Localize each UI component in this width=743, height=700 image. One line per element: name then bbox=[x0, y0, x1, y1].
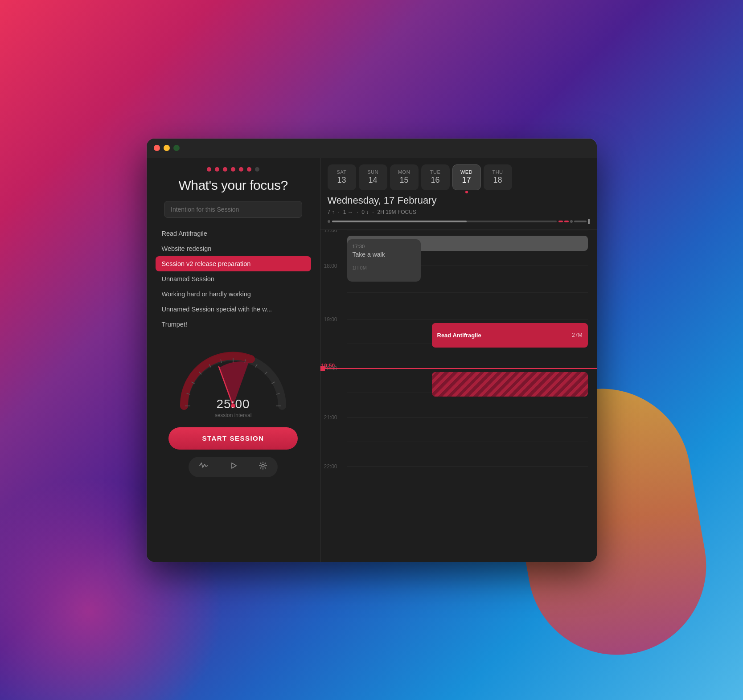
event-walk[interactable]: 17:30 Take a walk 1H 0M bbox=[347, 239, 421, 282]
dot-5 bbox=[239, 167, 243, 172]
start-session-button[interactable]: START SESSION bbox=[168, 427, 298, 450]
session-list: Read Antifragile Website redesign Sessio… bbox=[147, 226, 320, 332]
event-walk-duration: 1H 0M bbox=[353, 265, 415, 270]
day-wed[interactable]: WED 17 bbox=[452, 164, 481, 190]
timer-time: 25:00 bbox=[171, 397, 296, 411]
day-sun[interactable]: SUN 14 bbox=[359, 164, 387, 190]
main-window: What's your focus? Read Antifragile Webs… bbox=[147, 139, 597, 562]
window-body: What's your focus? Read Antifragile Webs… bbox=[147, 158, 597, 562]
day-name-sat: SAT bbox=[337, 169, 346, 175]
dot-3 bbox=[223, 167, 227, 172]
progress-dot bbox=[328, 220, 330, 223]
svg-point-16 bbox=[262, 464, 264, 467]
session-item[interactable]: Unnamed Session bbox=[156, 271, 311, 287]
calendar-header: SAT 13 SUN 14 MON 15 TUE 16 bbox=[320, 158, 597, 230]
current-time-line bbox=[320, 368, 597, 369]
stats-row: 7 ↑ · 1 → · 0 ↓ · 2H 19M FOCUS bbox=[328, 209, 590, 215]
progress-dot2 bbox=[570, 220, 573, 223]
progress-fill bbox=[332, 221, 467, 222]
dot-4 bbox=[231, 167, 235, 172]
dot-6 bbox=[247, 167, 251, 172]
stat-separator: · bbox=[338, 209, 340, 215]
progress-red2 bbox=[564, 221, 569, 222]
timer-display: 25:00 session interval bbox=[171, 397, 296, 418]
stat-separator2: · bbox=[357, 209, 358, 215]
session-item[interactable]: Trumpet! bbox=[156, 317, 311, 332]
stat-sessions-right: 1 → bbox=[343, 209, 353, 215]
time-label-2100: 21:00 bbox=[324, 414, 337, 421]
day-tue[interactable]: TUE 16 bbox=[421, 164, 450, 190]
day-mon[interactable]: MON 15 bbox=[390, 164, 419, 190]
day-sat[interactable]: SAT 13 bbox=[328, 164, 356, 190]
minimize-button[interactable] bbox=[164, 145, 170, 151]
progress-tick bbox=[588, 219, 590, 224]
day-name-wed: WED bbox=[460, 169, 472, 175]
event-hatched-fill bbox=[432, 372, 588, 397]
day-name-mon: MON bbox=[398, 169, 410, 175]
left-panel: What's your focus? Read Antifragile Webs… bbox=[147, 158, 320, 562]
date-title: Wednesday, 17 February bbox=[328, 195, 590, 206]
event-hatched bbox=[432, 372, 588, 397]
timer-label: session interval bbox=[171, 412, 296, 418]
dot-2 bbox=[215, 167, 219, 172]
day-num-sat: 13 bbox=[337, 176, 346, 185]
settings-icon[interactable] bbox=[254, 458, 272, 475]
time-half-2100 bbox=[347, 442, 588, 442]
dot-1 bbox=[207, 167, 211, 172]
dot-7 bbox=[255, 167, 259, 172]
time-label-1800: 18:00 bbox=[324, 263, 337, 269]
stat-sessions-up: 7 ↑ bbox=[328, 209, 335, 215]
intention-input[interactable] bbox=[164, 201, 302, 218]
svg-marker-15 bbox=[232, 463, 236, 468]
progress-indicators bbox=[558, 219, 590, 224]
day-name-tue: TUE bbox=[430, 169, 441, 175]
session-item[interactable]: Unnamed Session special with the w... bbox=[156, 302, 311, 317]
stat-focus: 2H 19M FOCUS bbox=[378, 209, 416, 215]
progress-bar bbox=[328, 219, 590, 224]
day-num-sun: 14 bbox=[368, 176, 377, 185]
event-read-label: Read Antifragile bbox=[437, 332, 569, 339]
session-item[interactable]: Website redesign bbox=[156, 241, 311, 256]
close-button[interactable] bbox=[154, 145, 160, 151]
time-row-1800: 18:00 17:30 Take a walk 1H 0M bbox=[347, 266, 588, 319]
progress-track-main bbox=[332, 221, 557, 222]
right-panel: SAT 13 SUN 14 MON 15 TUE 16 bbox=[320, 158, 597, 562]
stat-breaks: 0 ↓ bbox=[361, 209, 369, 215]
time-row-2200: 22:00 bbox=[347, 466, 588, 502]
time-label-1900: 19:00 bbox=[324, 316, 337, 323]
time-label-2200: 22:00 bbox=[324, 463, 337, 470]
session-item-active[interactable]: Session v2 release preparation bbox=[156, 256, 311, 271]
day-num-mon: 15 bbox=[399, 176, 408, 185]
timeline-inner: 17:00 Session - onboarding 18:00 17 bbox=[347, 230, 588, 520]
timer-container: 25:00 session interval bbox=[171, 338, 296, 418]
session-item[interactable]: Working hard or hardly working bbox=[156, 287, 311, 302]
title-bar bbox=[147, 139, 597, 158]
time-label-1700: 17:00 bbox=[324, 230, 337, 233]
progress-red1 bbox=[558, 221, 563, 222]
event-read-duration: 27M bbox=[572, 332, 582, 338]
day-num-thu: 18 bbox=[493, 176, 502, 185]
event-read[interactable]: Read Antifragile 27M bbox=[432, 323, 588, 348]
day-thu[interactable]: THU 18 bbox=[484, 164, 512, 190]
day-name-sun: SUN bbox=[367, 169, 378, 175]
stat-separator3: · bbox=[372, 209, 374, 215]
bottom-toolbar bbox=[189, 457, 278, 477]
time-row-2000: 20:00 bbox=[347, 368, 588, 417]
maximize-button[interactable] bbox=[173, 145, 180, 151]
event-walk-label: Take a walk bbox=[353, 251, 415, 258]
time-row-1900: 19:00 Read Antifragile 27M bbox=[347, 319, 588, 368]
event-walk-time: 17:30 bbox=[353, 244, 415, 249]
window-controls bbox=[154, 145, 180, 151]
day-num-wed: 17 bbox=[462, 176, 471, 185]
play-icon[interactable] bbox=[225, 458, 242, 475]
timeline-scroll[interactable]: 17:00 Session - onboarding 18:00 17 bbox=[320, 230, 597, 562]
day-selector: SAT 13 SUN 14 MON 15 TUE 16 bbox=[328, 164, 590, 190]
session-item[interactable]: Read Antifragile bbox=[156, 226, 311, 241]
current-time-dot bbox=[320, 366, 325, 371]
time-row-2100: 21:00 bbox=[347, 417, 588, 466]
dots-row bbox=[207, 167, 259, 172]
focus-title: What's your focus? bbox=[178, 178, 287, 193]
day-name-thu: THU bbox=[492, 169, 503, 175]
time-half-1800 bbox=[347, 292, 588, 293]
activity-icon[interactable] bbox=[194, 458, 213, 475]
